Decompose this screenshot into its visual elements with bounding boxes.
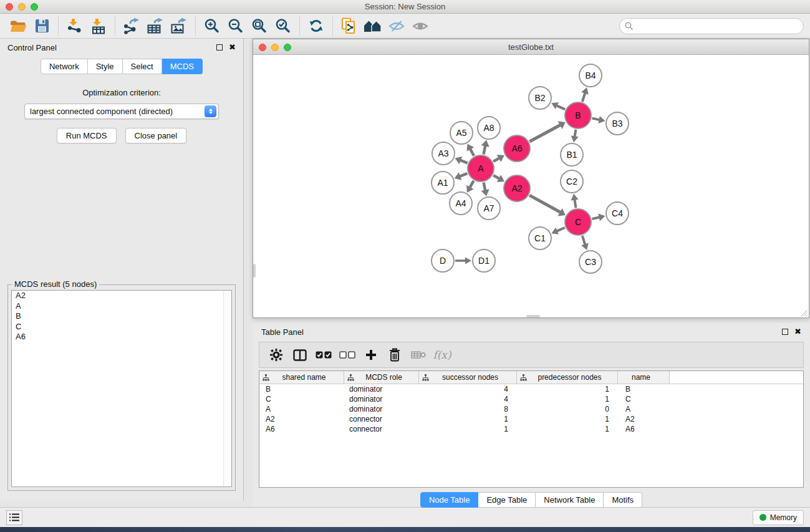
graph-node-C2[interactable]: C2 xyxy=(561,170,583,193)
edge-B-B3[interactable] xyxy=(592,118,600,120)
hide-selected-button[interactable] xyxy=(385,16,408,36)
result-item[interactable]: A xyxy=(12,301,231,312)
edge-A-A5[interactable] xyxy=(470,148,474,155)
horizontal-scroll-thumb[interactable] xyxy=(526,315,540,317)
open-session-button[interactable] xyxy=(6,16,30,36)
tab-network[interactable]: Network xyxy=(41,59,88,74)
graph-node-A1[interactable]: A1 xyxy=(432,172,454,194)
graph-node-A7[interactable]: A7 xyxy=(478,197,500,220)
result-item[interactable]: C xyxy=(12,322,231,332)
graph-node-A5[interactable]: A5 xyxy=(450,122,473,144)
task-history-button[interactable] xyxy=(6,510,22,525)
graph-node-B2[interactable]: B2 xyxy=(529,87,551,109)
import-table-button[interactable] xyxy=(87,16,110,36)
graph-node-C4[interactable]: C4 xyxy=(606,202,629,225)
graph-node-A6[interactable]: A6 xyxy=(504,135,530,162)
close-panel-button[interactable]: Close panel xyxy=(125,128,187,143)
first-neighbors-button[interactable] xyxy=(361,16,385,36)
select-all-columns-button[interactable] xyxy=(313,345,334,365)
export-network-button[interactable] xyxy=(120,16,143,36)
search-input[interactable] xyxy=(619,18,804,34)
graph-node-B4[interactable]: B4 xyxy=(579,64,602,87)
zoom-selected-button[interactable] xyxy=(271,16,295,36)
table-row[interactable]: A2connector11A2 xyxy=(259,414,803,424)
tab-mcds[interactable]: MCDS xyxy=(162,59,203,74)
edge-A-A7[interactable] xyxy=(484,183,486,191)
table-row[interactable]: Cdominator41C xyxy=(259,394,803,404)
table-close-icon[interactable]: ✖ xyxy=(794,329,801,335)
result-item[interactable]: B xyxy=(12,311,231,322)
table-row[interactable]: Bdominator41B xyxy=(259,384,803,394)
run-mcds-button[interactable]: Run MCDS xyxy=(57,128,117,143)
zoom-out-button[interactable] xyxy=(224,16,248,36)
table-row[interactable]: A6connector11A6 xyxy=(259,424,803,434)
function-builder-button[interactable]: f(x) xyxy=(432,345,453,365)
graph-node-A4[interactable]: A4 xyxy=(450,192,472,215)
delete-column-button[interactable] xyxy=(384,345,405,365)
edge-B-B1[interactable] xyxy=(575,130,576,137)
edge-C-C1[interactable] xyxy=(557,228,565,231)
graph-node-D1[interactable]: D1 xyxy=(473,249,495,272)
graph-node-B1[interactable]: B1 xyxy=(561,143,583,166)
tab-edge-table[interactable]: Edge Table xyxy=(478,492,536,508)
result-item[interactable]: A2 xyxy=(12,291,231,301)
zoom-in-button[interactable] xyxy=(200,16,224,36)
network-close-button[interactable] xyxy=(259,44,266,51)
graph-node-C1[interactable]: C1 xyxy=(529,227,551,249)
edge-A6-B[interactable] xyxy=(529,125,561,142)
tab-select[interactable]: Select xyxy=(123,59,162,74)
graph-node-B[interactable]: B xyxy=(565,102,591,128)
tab-network-table[interactable]: Network Table xyxy=(536,492,604,508)
edge-A2-C[interactable] xyxy=(529,195,561,212)
save-session-button[interactable] xyxy=(30,16,54,36)
close-window-button[interactable] xyxy=(6,3,13,11)
import-network-button[interactable] xyxy=(63,16,87,36)
optimization-criterion-select[interactable]: largest connected component (directed) xyxy=(24,104,219,119)
graph-node-B3[interactable]: B3 xyxy=(606,112,629,135)
column-header-predecessor-nodes[interactable]: predecessor nodes xyxy=(517,371,618,384)
column-header-successor-nodes[interactable]: successor nodes xyxy=(419,371,517,384)
graph-node-A[interactable]: A xyxy=(468,155,494,181)
vertical-scroll-thumb[interactable] xyxy=(253,264,256,278)
graph-node-A8[interactable]: A8 xyxy=(478,117,500,139)
export-image-button[interactable] xyxy=(167,16,191,36)
edge-A-A8[interactable] xyxy=(484,145,486,154)
tab-motifs[interactable]: Motifs xyxy=(604,492,642,508)
result-item[interactable]: A6 xyxy=(12,332,231,342)
tab-style[interactable]: Style xyxy=(88,59,123,74)
edge-C-C2[interactable] xyxy=(574,200,576,208)
edge-B-B2[interactable] xyxy=(556,105,565,109)
result-scrollbar[interactable] xyxy=(223,291,231,486)
table-row[interactable]: Adominator80A xyxy=(259,404,803,414)
graph-node-C3[interactable]: C3 xyxy=(579,251,602,273)
minimize-window-button[interactable] xyxy=(18,3,26,11)
graph-node-D[interactable]: D xyxy=(432,249,454,272)
graph-node-A3[interactable]: A3 xyxy=(432,142,455,165)
edge-A-A3[interactable] xyxy=(460,160,468,163)
edge-A-A2[interactable] xyxy=(493,175,499,178)
export-table-button[interactable] xyxy=(143,16,167,36)
show-all-button[interactable] xyxy=(408,16,432,36)
mcds-result-list[interactable]: A2ABCA6 xyxy=(11,290,232,487)
refresh-button[interactable] xyxy=(304,16,328,36)
toggle-columns-button[interactable] xyxy=(289,345,311,365)
resize-grip[interactable] xyxy=(799,308,808,317)
network-zoom-button[interactable] xyxy=(284,44,291,51)
memory-button[interactable]: Memory xyxy=(753,510,804,525)
graph-node-C[interactable]: C xyxy=(565,209,591,235)
column-header-shared-name[interactable]: shared name xyxy=(259,371,344,384)
zoom-window-button[interactable] xyxy=(31,3,38,11)
edge-C-C4[interactable] xyxy=(592,217,599,219)
tab-node-table[interactable]: Node Table xyxy=(420,492,479,508)
new-network-from-selection-button[interactable] xyxy=(337,16,361,36)
network-minimize-button[interactable] xyxy=(271,44,279,51)
deselect-all-columns-button[interactable] xyxy=(337,345,358,365)
delete-table-button[interactable] xyxy=(408,345,429,365)
table-float-icon[interactable] xyxy=(782,329,788,335)
graph-node-A2[interactable]: A2 xyxy=(504,175,530,201)
edge-A-A4[interactable] xyxy=(470,181,473,188)
edge-B-B4[interactable] xyxy=(582,93,585,102)
column-header-name[interactable]: name xyxy=(618,371,670,384)
edge-A-A6[interactable] xyxy=(493,158,499,161)
create-column-button[interactable] xyxy=(360,345,382,365)
